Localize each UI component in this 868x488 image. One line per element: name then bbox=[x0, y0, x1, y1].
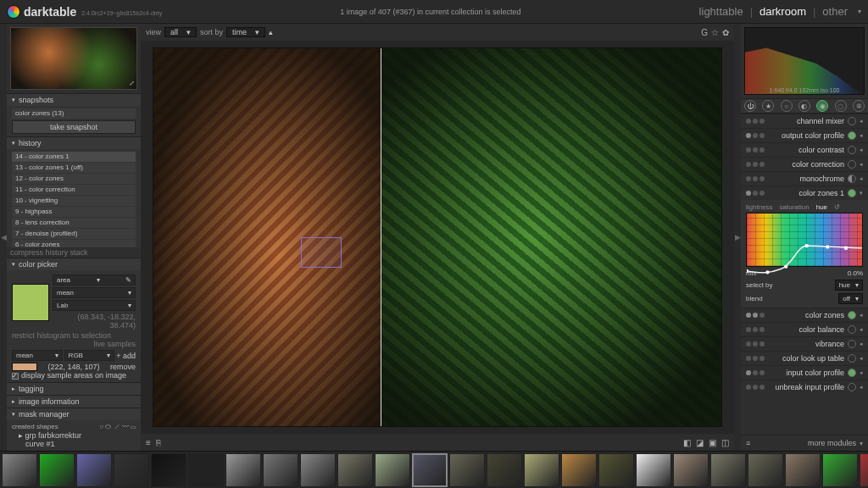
filmstrip-thumb[interactable] bbox=[2, 453, 37, 487]
grouping-icon[interactable]: G bbox=[701, 28, 708, 37]
split-handle[interactable] bbox=[381, 48, 381, 426]
filmstrip-thumb[interactable] bbox=[337, 453, 373, 487]
filmstrip-thumb[interactable] bbox=[449, 453, 485, 487]
filmstrip[interactable] bbox=[0, 451, 868, 488]
remove-sample-button[interactable]: remove bbox=[110, 363, 136, 371]
shape-ellipse-icon[interactable]: ⬭ bbox=[105, 423, 111, 430]
take-snapshot-button[interactable]: take snapshot bbox=[12, 120, 136, 134]
history-item[interactable]: 9 - highpass bbox=[12, 207, 136, 217]
shape-gradient-icon[interactable]: ▭ bbox=[131, 423, 136, 430]
snapshots-header[interactable]: ▾snapshots bbox=[7, 93, 141, 106]
right-toggle[interactable]: ▶ bbox=[734, 24, 741, 451]
gear-icon[interactable]: ✿ bbox=[722, 28, 729, 37]
blend-select[interactable]: off▾ bbox=[838, 293, 863, 304]
zoom-fit-icon[interactable]: ⤢ bbox=[129, 80, 135, 87]
filmstrip-thumb[interactable] bbox=[114, 453, 149, 487]
module-input-color-profile[interactable]: input color profile◂ bbox=[741, 365, 868, 380]
tab-lighttable[interactable]: lighttable bbox=[699, 5, 743, 18]
history-item[interactable]: 14 - color zones 1 bbox=[12, 152, 136, 162]
module-output-color-profile[interactable]: output color profile◂ bbox=[741, 128, 868, 142]
filmstrip-thumb[interactable] bbox=[412, 453, 448, 487]
mask-manager-header[interactable]: ▾mask manager bbox=[7, 408, 141, 420]
filmstrip-thumb[interactable] bbox=[76, 453, 112, 487]
overexposed-icon[interactable]: ◧ bbox=[683, 438, 691, 447]
history-item[interactable]: 6 - color zones bbox=[12, 240, 136, 247]
compress-history[interactable]: compress history stack bbox=[7, 247, 141, 258]
module-icon[interactable] bbox=[848, 354, 856, 363]
modgroup-basic-icon[interactable]: ○ bbox=[781, 100, 793, 112]
module-icon[interactable] bbox=[848, 160, 856, 169]
filmstrip-thumb[interactable] bbox=[860, 453, 868, 487]
filmstrip-thumb[interactable] bbox=[785, 453, 821, 487]
history-item[interactable]: 11 - color correction bbox=[12, 185, 136, 195]
snapshot-row[interactable]: color zones (13) bbox=[12, 108, 136, 119]
filmstrip-thumb[interactable] bbox=[822, 453, 858, 487]
modgroup-active-icon[interactable]: ⏻ bbox=[744, 100, 756, 112]
history-header[interactable]: ▾history bbox=[7, 136, 141, 149]
cz-reset-icon[interactable]: ↺ bbox=[834, 203, 840, 211]
history-item[interactable]: 8 - lens correction bbox=[12, 218, 136, 228]
module-vibrance[interactable]: vibrance◂ bbox=[741, 336, 868, 351]
shape-brush-icon[interactable]: 〰 bbox=[122, 423, 129, 430]
modgroup-favorites-icon[interactable]: ★ bbox=[762, 100, 774, 112]
add-sample-button[interactable]: + add bbox=[116, 352, 136, 360]
filmstrip-thumb[interactable] bbox=[188, 453, 224, 487]
cp-mean2-select[interactable]: mean▾ bbox=[12, 350, 63, 361]
histogram[interactable]: 1:640 f/4.0 102mm iso 100 bbox=[744, 27, 865, 95]
quick-access-icon[interactable]: ≡ bbox=[146, 438, 151, 447]
mask-group[interactable]: grp farbkorrektur bbox=[25, 431, 82, 440]
softproof-icon[interactable]: ▣ bbox=[709, 438, 716, 447]
picker-selection[interactable] bbox=[301, 237, 342, 268]
styles-icon[interactable]: ⎘ bbox=[156, 438, 161, 447]
star-icon[interactable]: ☆ bbox=[711, 28, 719, 37]
module-icon[interactable] bbox=[848, 189, 856, 197]
module-icon[interactable] bbox=[848, 369, 856, 377]
shape-path-icon[interactable]: ⟋ bbox=[114, 423, 120, 430]
filmstrip-thumb[interactable] bbox=[673, 453, 709, 487]
module-color-correction[interactable]: color correction◂ bbox=[741, 157, 868, 171]
module-color-contrast[interactable]: color contrast◂ bbox=[741, 142, 868, 157]
chevron-down-icon[interactable]: ▾ bbox=[860, 440, 863, 447]
module-icon[interactable] bbox=[848, 340, 856, 348]
mask-curve[interactable]: curve #1 bbox=[12, 440, 136, 448]
filmstrip-thumb[interactable] bbox=[748, 453, 783, 487]
more-modules[interactable]: more modules bbox=[754, 439, 856, 447]
history-item[interactable]: 12 - color zones bbox=[12, 174, 136, 184]
cp-area-select[interactable]: area▾✎ bbox=[53, 274, 136, 286]
raw-overexposed-icon[interactable]: ◫ bbox=[721, 438, 729, 447]
tab-other[interactable]: other bbox=[822, 5, 848, 18]
filmstrip-thumb[interactable] bbox=[710, 453, 746, 487]
module-icon[interactable] bbox=[848, 325, 856, 334]
cp-lab-select[interactable]: Lab▾ bbox=[53, 300, 136, 311]
image-info-header[interactable]: ▸image information bbox=[7, 395, 141, 408]
module-unbreak-input[interactable]: unbreak input profile◂ bbox=[741, 380, 868, 394]
modgroup-correct-icon[interactable]: ◌ bbox=[835, 100, 847, 112]
cz-tab-saturation[interactable]: saturation bbox=[780, 203, 810, 211]
filmstrip-thumb[interactable] bbox=[375, 453, 410, 487]
gamut-icon[interactable]: ◪ bbox=[696, 438, 704, 447]
module-icon[interactable] bbox=[848, 175, 856, 183]
filmstrip-thumb[interactable] bbox=[598, 453, 634, 487]
cz-tab-hue[interactable]: hue bbox=[816, 203, 827, 211]
module-color-lookup[interactable]: color look up table◂ bbox=[741, 351, 868, 365]
filmstrip-thumb[interactable] bbox=[636, 453, 671, 487]
sort-dir-icon[interactable]: ▴ bbox=[269, 28, 273, 36]
filmstrip-thumb[interactable] bbox=[263, 453, 298, 487]
module-icon[interactable] bbox=[848, 117, 856, 125]
presets-icon[interactable]: ≡ bbox=[746, 439, 750, 447]
image-canvas[interactable] bbox=[153, 47, 722, 427]
filmstrip-thumb[interactable] bbox=[561, 453, 597, 487]
cp-rgb-select[interactable]: RGB▾ bbox=[64, 350, 115, 361]
color-zones-graph[interactable] bbox=[746, 213, 863, 267]
filmstrip-thumb[interactable] bbox=[487, 453, 522, 487]
module-icon[interactable] bbox=[848, 131, 856, 140]
filmstrip-thumb[interactable] bbox=[225, 453, 261, 487]
modgroup-effect-icon[interactable]: ❊ bbox=[853, 100, 865, 112]
modgroup-tone-icon[interactable]: ◐ bbox=[798, 100, 810, 112]
view-select[interactable]: all▾ bbox=[164, 27, 197, 37]
filmstrip-thumb[interactable] bbox=[524, 453, 559, 487]
history-item[interactable]: 13 - color zones 1 (off) bbox=[12, 163, 136, 173]
module-icon[interactable] bbox=[848, 383, 856, 391]
color-picker-header[interactable]: ▾color picker bbox=[7, 258, 141, 270]
module-channel-mixer[interactable]: channel mixer◂ bbox=[741, 114, 868, 128]
